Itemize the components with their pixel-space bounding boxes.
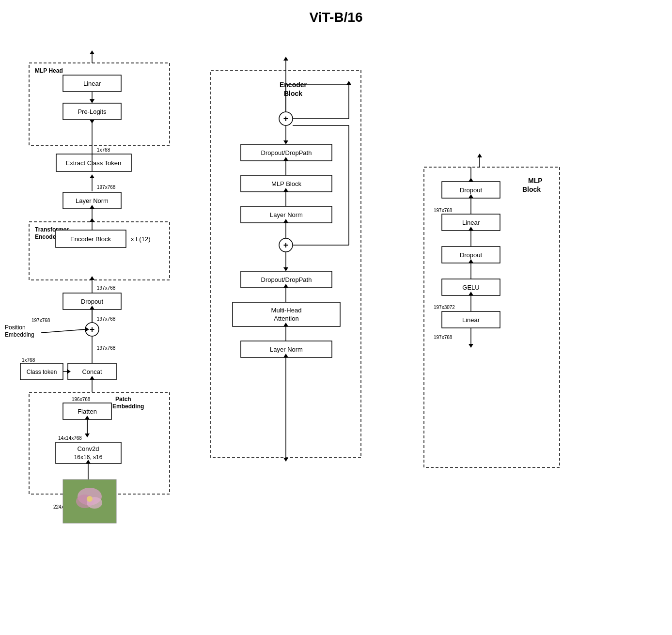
arrow-pos-embed [41, 329, 85, 333]
dropout-label: Dropout [81, 298, 104, 305]
dim-197x768-a-label: 197x768 [97, 185, 116, 190]
linear-mlp-1-label: Linear [462, 316, 480, 324]
arrowhead-mlpb-out [477, 154, 482, 157]
x-l-label: x L(12) [131, 235, 150, 243]
dim-197x3072-label: 197x3072 [434, 305, 455, 310]
encoder-block-label: Encoder Block [70, 235, 111, 243]
mha-label2: Attention [274, 315, 298, 322]
dim-1x768-classtoken-label: 1x768 [22, 357, 35, 363]
dim-196x768-label: 196x768 [72, 397, 91, 402]
dropout-droppath-top-label: Dropout/DropPath [261, 149, 312, 156]
position-embedding-label: Position [5, 324, 26, 331]
layer-norm-1-enc-label: Layer Norm [270, 346, 303, 353]
arrowhead-conv2d-up [85, 434, 90, 437]
conv2d-label: Conv2d [78, 445, 99, 452]
dim-14x14x768-label: 14x14x768 [58, 435, 82, 441]
mlp-block-title2: Block [522, 186, 541, 193]
diagram-svg: MLP Head Linear Pre-Logits 1x768 Extract… [0, 24, 672, 635]
arrowhead-into-extract [90, 174, 94, 178]
arrowhead-enc-input [283, 458, 288, 462]
mha-label: Multi-Head [271, 307, 302, 314]
plus-enc-top-symbol: + [283, 114, 289, 124]
mlp-block-title: MLP [528, 177, 543, 185]
plus-left-symbol: + [90, 325, 95, 334]
arrowhead-out-mlphead [90, 50, 94, 54]
arrowhead-encoderblock [90, 218, 94, 222]
transformer-encoder-label2: Encoder [35, 233, 58, 240]
dropout-droppath-bot-label: Dropout/DropPath [261, 276, 312, 283]
position-embedding-label2: Embedding [5, 331, 34, 338]
extract-class-token-label: Extract Class Token [66, 159, 122, 167]
dim-197x768-mlpb-label: 197x768 [434, 335, 453, 340]
layer-norm-2-enc-label: Layer Norm [270, 211, 303, 218]
arrowhead-into-prelogits [90, 120, 94, 124]
arrowhead-out-transformer [90, 276, 94, 280]
dim-197x768-c-label: 197x768 [97, 316, 116, 322]
mha-box [233, 302, 340, 326]
dim-197x768-mlpa-label: 197x768 [434, 208, 453, 213]
patch-embedding-label: Patch [115, 396, 131, 403]
concat-label: Concat [82, 368, 102, 375]
dim-197x768-d-label: 197x768 [97, 345, 116, 351]
gelu-label: GELU [462, 284, 479, 291]
dropout-mlp-bot-label: Dropout [460, 251, 483, 259]
plus-enc-bottom-symbol: + [283, 240, 289, 250]
arrowhead-lin1-down [469, 344, 473, 348]
arrowhead-plusbot-down [283, 267, 288, 271]
dim-197x768-b-label: 197x768 [97, 285, 116, 291]
linear-mlp-2-label: Linear [462, 219, 480, 226]
mlp-head-label: MLP Head [35, 67, 63, 74]
dim-1x768-label: 1x768 [97, 147, 110, 153]
encoder-block-title2: Block [284, 90, 302, 97]
mlp-block-enc-label: MLP Block [271, 180, 301, 187]
pre-logits-label: Pre-Logits [78, 108, 107, 115]
flower-center [87, 496, 93, 502]
flatten-label: Flatten [78, 408, 97, 415]
arrowhead-droptop-up [469, 178, 473, 182]
layer-norm-top-label: Layer Norm [76, 197, 109, 204]
class-token-label: Class token [27, 369, 57, 375]
arrowhead-enc-out [283, 57, 288, 61]
arrowhead-linear-prelogits [90, 99, 94, 103]
dropout-mlp-top-label: Dropout [460, 186, 483, 194]
conv2d-label2: 16x16, s16 [74, 454, 103, 461]
dim-197x768-pos-label: 197x768 [31, 318, 50, 323]
linear-label: Linear [83, 80, 101, 87]
arrowhead-residual-top [346, 81, 351, 85]
arrowhead-plustop-down [283, 140, 288, 144]
patch-embedding-label2: Embedding [112, 403, 144, 410]
